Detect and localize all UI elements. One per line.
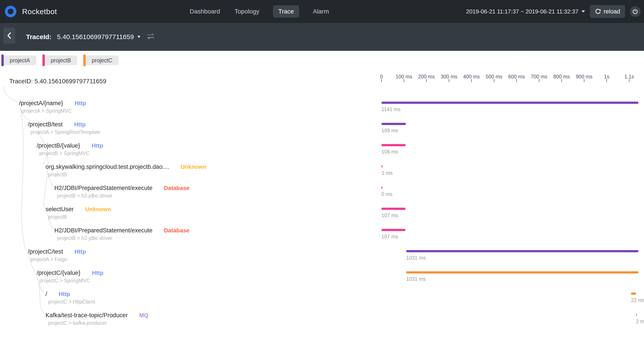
span-type-badge: Http: [92, 142, 103, 149]
span-row-head[interactable]: /projectC/{value}Http: [37, 270, 103, 276]
span-row-head[interactable]: org.skywalking.springcloud.test.projectb…: [46, 164, 206, 170]
span-duration-bar[interactable]: [382, 165, 382, 168]
span-row-head[interactable]: /Http: [46, 291, 70, 298]
span-row-head[interactable]: /projectB/{value}Http: [37, 142, 103, 149]
ruler-tick-mark: [606, 79, 607, 82]
span-duration-label: 2 ms: [636, 318, 644, 324]
span-duration-bar[interactable]: [382, 102, 638, 104]
reload-button[interactable]: reload: [590, 5, 625, 18]
span-duration-bar[interactable]: [631, 292, 636, 295]
ruler-tick-label: 300 ms: [440, 74, 457, 80]
span-type-badge: Unknown: [85, 206, 111, 213]
span-endpoint-name: /projectA/{name}: [19, 100, 63, 107]
legend-tag-projectA: projectA: [2, 56, 36, 65]
legend-color-bar: [83, 54, 86, 66]
ruler-tick-label: 1.1s: [624, 74, 634, 80]
span-duration-label: 107 ms: [382, 212, 398, 218]
span-duration-label: 1 ms: [382, 170, 393, 176]
span-type-badge: Http: [92, 270, 103, 276]
span-type-badge: Database: [164, 227, 190, 234]
ruler-tick-label: 500 ms: [486, 74, 502, 80]
span-service-component: projectA > Feign: [30, 256, 67, 262]
span-service-component: projectA > SpringMVC: [22, 108, 72, 114]
ruler-tick-mark: [471, 79, 472, 82]
span-row-head[interactable]: /projectC/testHttp: [28, 248, 86, 255]
traceid-select[interactable]: 5.40.15610699797711659: [57, 33, 140, 41]
swap-trace-button[interactable]: [146, 33, 156, 41]
span-service-component: projectB > SpringMVC: [39, 150, 90, 156]
span-duration-bar[interactable]: [382, 186, 382, 189]
ruler-tick-label: 0: [380, 74, 383, 80]
span-endpoint-name: /projectB/{value}: [37, 142, 80, 149]
ruler-tick-mark: [629, 79, 630, 82]
traceid-value: 5.40.15610699797711659: [57, 33, 134, 41]
span-endpoint-name: H2/JDBI/PreparedStatement/execute: [54, 185, 152, 192]
ruler-tick-mark: [494, 79, 494, 82]
span-row-head[interactable]: H2/JDBI/PreparedStatement/executeDatabas…: [54, 227, 190, 234]
span-duration-label: 1031 ms: [406, 255, 426, 261]
trace-page: TraceID: 5.40.15610699797711659 0100 ms2…: [0, 0, 644, 338]
back-button[interactable]: [3, 28, 15, 44]
span-duration-label: 1141 ms: [382, 106, 400, 112]
ruler-tick-label: 800 ms: [553, 74, 570, 80]
ruler-tick-mark: [539, 79, 539, 82]
nav-tab-alarm[interactable]: Alarm: [312, 5, 330, 18]
legend-tag-projectB: projectB: [43, 56, 77, 65]
span-duration-bar[interactable]: [406, 250, 638, 252]
span-duration-label: 108 ms: [382, 149, 398, 155]
ruler-tick-label: 400 ms: [463, 74, 480, 80]
span-endpoint-name: /: [46, 291, 47, 298]
span-duration-bar[interactable]: [382, 123, 406, 125]
ruler-tick-label: 600 ms: [508, 74, 525, 80]
span-type-badge: Http: [75, 100, 86, 107]
nav-tab-trace[interactable]: Trace: [273, 5, 299, 18]
span-duration-bar[interactable]: [406, 271, 638, 274]
nav-tab-topology[interactable]: Topology: [234, 5, 260, 18]
span-duration-bar[interactable]: [636, 314, 637, 316]
nav-tab-dashboard[interactable]: Dashboard: [189, 5, 221, 18]
span-duration-bar[interactable]: [382, 208, 406, 210]
brand: Rocketbot: [5, 0, 57, 23]
span-duration-bar[interactable]: [382, 144, 406, 146]
ruler-tick-mark: [426, 79, 427, 82]
time-range-value: 2019-06-21 11:17:37 ~ 2019-06-21 11:32:3…: [466, 8, 578, 15]
span-row-head[interactable]: Kafka/test-trace-topic/ProducerMQ: [46, 312, 148, 319]
ruler-tick-mark: [584, 79, 584, 82]
legend-color-bar: [42, 54, 45, 66]
span-row-head[interactable]: H2/JDBI/PreparedStatement/executeDatabas…: [54, 185, 190, 192]
legend-color-bar: [1, 54, 4, 66]
app-header: Rocketbot DashboardTopologyTraceAlarm 20…: [0, 0, 644, 23]
span-duration-label: 0 ms: [382, 191, 392, 197]
span-type-badge: Http: [74, 248, 86, 255]
chevron-down-icon: [582, 10, 585, 12]
power-icon: [632, 8, 638, 14]
span-duration-label: 22 ms: [631, 297, 644, 303]
ruler-tick-mark: [381, 79, 382, 82]
span-duration-label: 109 ms: [382, 128, 398, 134]
span-row-head[interactable]: /projectB/testHttp: [28, 121, 86, 128]
span-endpoint-name: H2/JDBI/PreparedStatement/execute: [54, 227, 152, 234]
span-service-component: projectB > h2-jdbc-driver: [57, 193, 112, 199]
rocketbot-logo-icon: [5, 6, 16, 17]
span-row-head[interactable]: /projectA/{name}Http: [19, 100, 86, 107]
ruler-tick-label: 900 ms: [576, 74, 592, 80]
span-duration-bar[interactable]: [382, 229, 406, 231]
ruler-tick-mark: [404, 79, 404, 82]
trace-id-title: TraceID: 5.40.15610699797711659: [9, 78, 106, 85]
swap-arrows-icon: [146, 33, 156, 40]
ruler-tick-label: 200 ms: [418, 74, 435, 80]
traceid-label: TraceId:: [26, 33, 52, 41]
power-button[interactable]: [630, 6, 640, 17]
main-nav: DashboardTopologyTraceAlarm: [189, 0, 330, 23]
span-row-head[interactable]: selectUserUnknown: [46, 206, 111, 213]
span-endpoint-name: /projectB/test: [28, 121, 63, 128]
span-service-component: projectC > SpringMVC: [39, 278, 90, 284]
span-endpoint-name: selectUser: [46, 206, 74, 213]
ruler-tick-label: 1s: [604, 74, 609, 80]
span-duration-label: 107 ms: [382, 234, 398, 240]
ruler-tick-label: 100 ms: [396, 74, 412, 80]
span-type-badge: MQ: [139, 312, 148, 319]
trace-id-bar: TraceId: 5.40.15610699797711659: [0, 23, 644, 51]
ruler-tick-mark: [449, 79, 449, 82]
time-range-selector[interactable]: 2019-06-21 11:17:37 ~ 2019-06-21 11:32:3…: [466, 8, 585, 15]
